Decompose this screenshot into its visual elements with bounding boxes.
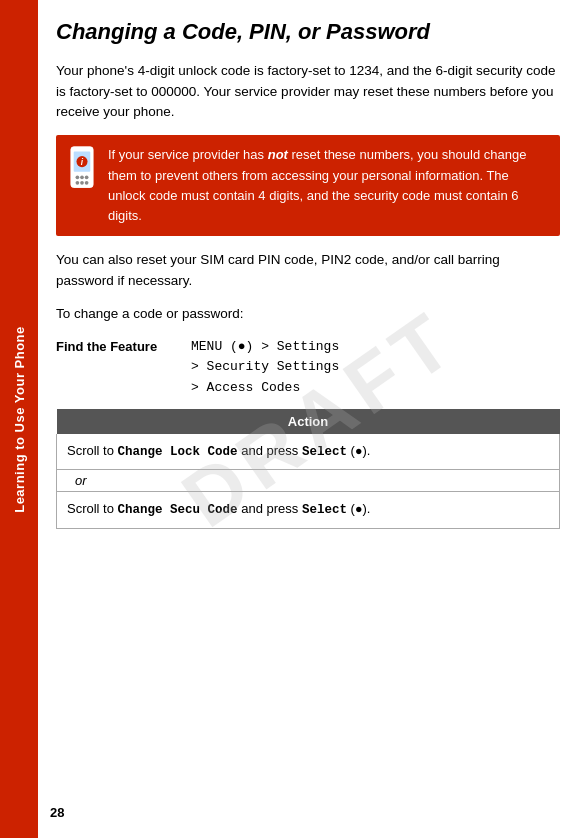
page-number: 28: [50, 805, 64, 820]
info-box-text: If your service provider has not reset t…: [108, 145, 546, 226]
sidebar-label: Learning to Use Your Phone: [12, 326, 27, 513]
main-content: Changing a Code, PIN, or Password Your p…: [38, 0, 582, 838]
select-circle-1: ●: [355, 445, 363, 459]
select-circle-2: ●: [355, 503, 363, 517]
action-row-1: Scroll to Change Lock Code and press Sel…: [57, 434, 560, 470]
select-2: Select: [302, 503, 347, 517]
svg-point-6: [80, 181, 84, 185]
action-header: Action: [57, 409, 560, 434]
feature-line-3: > Access Codes: [191, 378, 339, 399]
feature-label: Find the Feature: [56, 337, 191, 354]
intro-paragraph: Your phone's 4-digit unlock code is fact…: [56, 61, 560, 124]
svg-point-3: [80, 176, 84, 180]
svg-point-4: [85, 176, 89, 180]
change-secu-code: Change Secu Code: [118, 503, 238, 517]
svg-point-7: [85, 181, 89, 185]
feature-line-1: MENU (●) > Settings: [191, 337, 339, 358]
action-table: Action Scroll to Change Lock Code and pr…: [56, 409, 560, 529]
svg-point-2: [76, 176, 80, 180]
find-feature-table: Find the Feature MENU (●) > Settings > S…: [56, 337, 560, 399]
action-or: or: [57, 470, 560, 492]
action-row-or: or: [57, 470, 560, 492]
info-text-before: If your service provider has: [108, 147, 268, 162]
sidebar: Learning to Use Your Phone: [0, 0, 38, 838]
page-title: Changing a Code, PIN, or Password: [56, 18, 560, 47]
action-cell-2: Scroll to Change Secu Code and press Sel…: [57, 492, 560, 528]
change-lock-code: Change Lock Code: [118, 445, 238, 459]
feature-line-2: > Security Settings: [191, 357, 339, 378]
feature-value: MENU (●) > Settings > Security Settings …: [191, 337, 339, 399]
body-paragraph-2: You can also reset your SIM card PIN cod…: [56, 250, 560, 292]
select-1: Select: [302, 445, 347, 459]
phone-icon: i: [64, 143, 100, 195]
action-row-2: Scroll to Change Secu Code and press Sel…: [57, 492, 560, 528]
svg-point-5: [76, 181, 80, 185]
action-cell-1: Scroll to Change Lock Code and press Sel…: [57, 434, 560, 470]
info-text-italic: not: [268, 147, 288, 162]
feature-row: Find the Feature MENU (●) > Settings > S…: [56, 337, 560, 399]
body-paragraph-3: To change a code or password:: [56, 304, 560, 325]
info-box: i If your service provider has not reset…: [56, 135, 560, 236]
